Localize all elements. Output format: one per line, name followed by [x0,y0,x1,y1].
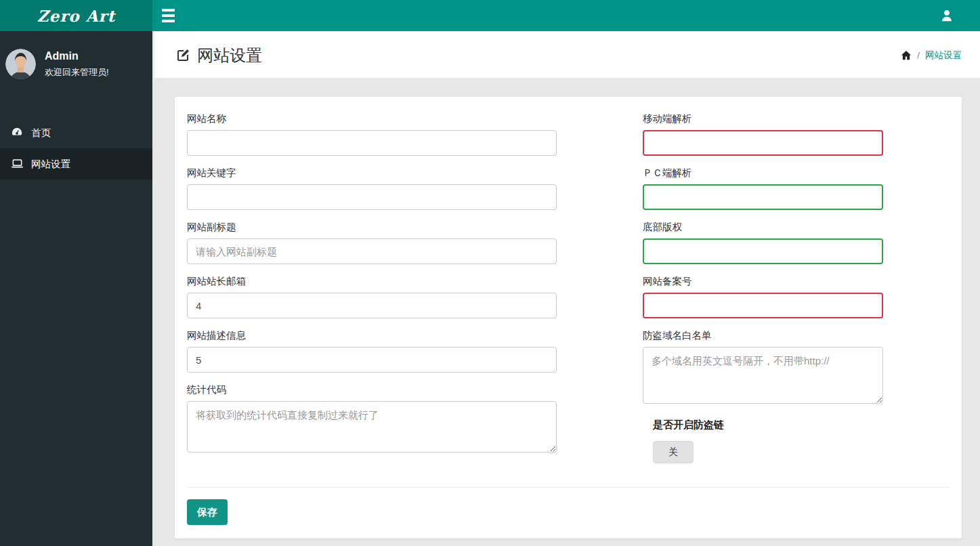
hotlink-toggle-block: 是否开启防盗链 关 [653,419,883,463]
avatar [5,49,36,79]
form-column-left: 网站名称网站关键字网站副标题网站站长邮箱网站描述信息统计代码 [187,112,557,466]
icp-number-field[interactable] [643,293,883,318]
page-title: 网站设置 [175,45,262,66]
settings-card: 网站名称网站关键字网站副标题网站站长邮箱网站描述信息统计代码 移动端解析ＰＣ端解… [175,97,962,539]
webmaster-email-field[interactable] [187,293,557,318]
content: 网站名称网站关键字网站副标题网站站长邮箱网站描述信息统计代码 移动端解析ＰＣ端解… [152,78,980,546]
mobile-parse-field[interactable] [643,130,883,156]
site-description-field-label: 网站描述信息 [187,329,557,342]
divider [187,487,950,488]
hotlink-whitelist-field-group: 防盗域名白名单 [643,329,883,406]
sidebar-item-site-settings[interactable]: 网站设置 [0,148,152,180]
app-logo-text: Zero Art [37,7,115,25]
hotlink-whitelist-field[interactable] [643,347,883,404]
dashboard-icon [10,127,24,139]
app-logo[interactable]: Zero Art [0,0,152,31]
form-column-right: 移动端解析ＰＣ端解析底部版权网站备案号防盗域名白名单 是否开启防盗链 关 [643,112,883,466]
pc-parse-field-group: ＰＣ端解析 [643,167,883,210]
webmaster-email-field-group: 网站站长邮箱 [187,275,557,318]
laptop-icon [10,158,24,170]
main-area: 网站设置 / 网站设置 网站名称网站关键字网站副标题网站站长邮箱网站描述信息统计… [152,31,980,546]
sidebar-item-label: 首页 [31,127,51,140]
site-name-field-group: 网站名称 [187,112,557,156]
page-title-text: 网站设置 [197,45,262,66]
icp-number-field-group: 网站备案号 [643,275,883,318]
footer-copyright-field[interactable] [643,238,883,264]
site-subtitle-field-label: 网站副标题 [187,221,557,234]
breadcrumb-current[interactable]: 网站设置 [925,49,962,62]
site-keywords-field-group: 网站关键字 [187,167,557,210]
statistics-code-field-group: 统计代码 [187,383,557,455]
icp-number-field-label: 网站备案号 [643,275,883,288]
pc-parse-field[interactable] [643,184,883,210]
footer-copyright-field-group: 底部版权 [643,221,883,264]
hamburger-icon[interactable] [162,9,179,22]
hotlink-toggle-button[interactable]: 关 [653,441,694,463]
sidebar-item-label: 网站设置 [31,158,70,171]
mobile-parse-field-group: 移动端解析 [643,112,883,156]
hotlink-whitelist-field-label: 防盗域名白名单 [643,329,883,342]
navbar [152,0,980,31]
breadcrumb-separator: / [917,50,920,60]
sidebar-item-home[interactable]: 首页 [0,117,152,148]
hotlink-toggle-label: 是否开启防盗链 [653,419,883,432]
breadcrumb: / 网站设置 [901,49,962,62]
sidebar: Admin 欢迎回来管理员! 首页 网站设置 [0,31,152,546]
user-name: Admin [45,50,109,62]
top-bar: Zero Art [0,0,980,31]
site-keywords-field[interactable] [187,184,557,210]
site-subtitle-field[interactable] [187,238,557,264]
save-button[interactable]: 保存 [187,499,228,525]
footer-copyright-field-label: 底部版权 [643,221,883,234]
content-header: 网站设置 / 网站设置 [152,31,980,78]
site-name-field[interactable] [187,130,557,156]
sidebar-user-panel: Admin 欢迎回来管理员! [0,31,152,94]
site-subtitle-field-group: 网站副标题 [187,221,557,264]
statistics-code-field[interactable] [187,401,557,453]
sidebar-menu: 首页 网站设置 [0,117,152,180]
statistics-code-field-label: 统计代码 [187,383,557,396]
home-icon[interactable] [901,50,912,60]
site-name-field-label: 网站名称 [187,112,557,125]
pc-parse-field-label: ＰＣ端解析 [643,167,883,180]
webmaster-email-field-label: 网站站长邮箱 [187,275,557,288]
site-description-field-group: 网站描述信息 [187,329,557,373]
user-welcome: 欢迎回来管理员! [45,66,109,79]
edit-icon [175,47,191,64]
site-description-field[interactable] [187,347,557,373]
site-keywords-field-label: 网站关键字 [187,167,557,180]
user-icon[interactable] [938,7,956,24]
mobile-parse-field-label: 移动端解析 [643,112,883,125]
